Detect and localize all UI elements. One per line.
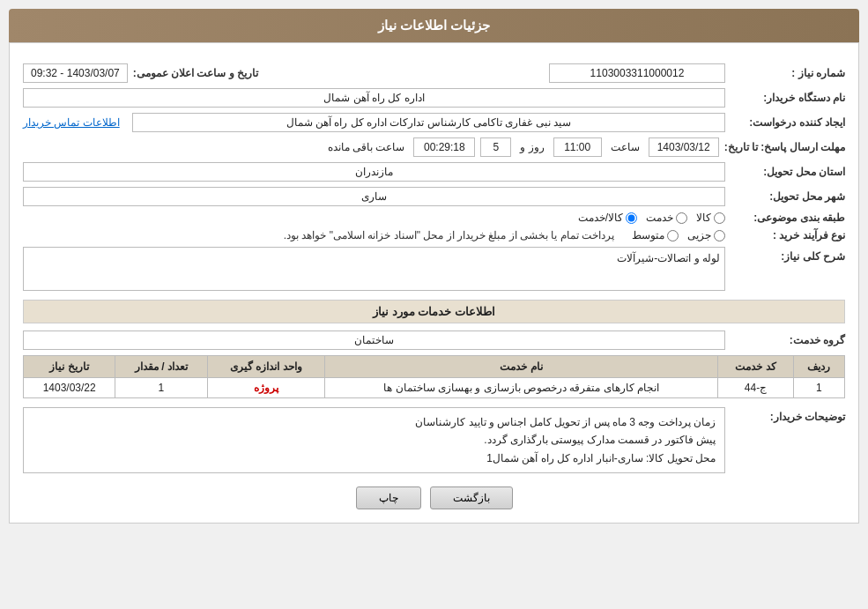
page-title: جزئیات اطلاعات نیاز: [378, 18, 490, 33]
back-button[interactable]: بازگشت: [430, 486, 513, 509]
radio-motovaset[interactable]: متوسط: [632, 229, 679, 241]
print-button[interactable]: چاپ: [356, 486, 421, 509]
shomara-value: 1103003311000012: [549, 63, 725, 83]
cell-radif: 1: [793, 378, 844, 398]
radio-kala-khedmat[interactable]: کالا/خدمت: [578, 212, 637, 224]
tozihat-label: توضیحات خریدار:: [731, 407, 845, 423]
col-radif: ردیف: [793, 356, 844, 378]
page-header: جزئیات اطلاعات نیاز: [9, 9, 859, 42]
col-kod: کد خدمت: [718, 356, 794, 378]
cell-tedad: 1: [115, 378, 207, 398]
tabaghebandi-group: کالا خدمت کالا/خدمت: [23, 212, 725, 224]
shomara-label: شماره نیاز :: [731, 67, 845, 79]
jozyi-label: جزیی: [687, 229, 711, 241]
section2-header: اطلاعات خدمات مورد نیاز: [23, 300, 845, 323]
nam-dastgah-value: اداره کل راه آهن شمال: [23, 88, 725, 108]
mande-label: ساعت باقی مانده: [328, 141, 405, 153]
mohlat-label: مهلت ارسال پاسخ: تا تاریخ:: [724, 141, 845, 153]
ostan-value: مازندران: [23, 162, 725, 182]
rooz-label: روز و: [520, 141, 544, 153]
nam-dastgah-label: نام دستگاه خریدار:: [731, 92, 845, 104]
col-vahed: واحد اندازه گیری: [207, 356, 325, 378]
ettelaat-link[interactable]: اطلاعات تماس خریدار: [23, 116, 120, 129]
ostan-label: استان محل تحویل:: [731, 166, 845, 178]
col-nam: نام خدمت: [325, 356, 718, 378]
mohlat-rooz: 5: [480, 137, 511, 157]
farayand-group: جزیی متوسط پرداخت تمام یا بخشی از مبلغ خ…: [23, 229, 725, 241]
radio-kala[interactable]: کالا: [696, 212, 725, 224]
shahr-value: ساری: [23, 187, 725, 206]
cell-kod: ج-44: [718, 378, 794, 398]
services-table: ردیف کد خدمت نام خدمت واحد اندازه گیری ت…: [23, 355, 845, 398]
shahr-label: شهر محل تحویل:: [731, 190, 845, 203]
cell-tarikh: 1403/03/22: [24, 378, 115, 398]
button-row: بازگشت چاپ: [23, 486, 845, 509]
tarikh-elan-value: 1403/03/07 - 09:32: [23, 63, 128, 83]
sharh-label: شرح کلی نیاز:: [731, 247, 845, 263]
kala-khedmat-label: کالا/خدمت: [578, 212, 623, 224]
sharh-value: لوله و اتصالات-شیرآلات: [23, 247, 725, 291]
saat-label: ساعت: [611, 141, 640, 153]
mohlat-date: 1403/03/12: [649, 137, 719, 157]
motovaset-label: متوسط: [632, 229, 664, 241]
ijad-label: ایجاد کننده درخواست:: [731, 116, 845, 129]
radio-khedmat[interactable]: خدمت: [646, 212, 687, 224]
tabaghebandi-label: طبقه بندی موضوعی:: [731, 212, 845, 224]
farayand-note: پرداخت تمام یا بخشی از مبلغ خریدار از مح…: [284, 229, 614, 241]
mohlat-mande: 00:29:18: [413, 137, 475, 157]
col-tarikh: تاریخ نیاز: [24, 356, 115, 378]
grooh-value: ساختمان: [23, 330, 725, 350]
ijad-value: سید نبی غفاری تاکامی کارشناس تدارکات ادا…: [132, 113, 725, 132]
radio-jozyi[interactable]: جزیی: [687, 229, 725, 241]
col-tedad: تعداد / مقدار: [115, 356, 207, 378]
cell-nam: انجام کارهای متفرقه درخصوص بازسازی و بهس…: [325, 378, 718, 398]
kala-label: کالا: [696, 212, 711, 224]
grooh-label: گروه خدمت:: [731, 334, 845, 346]
tozihat-value: زمان پرداخت وجه 3 ماه پس از تحویل کامل ا…: [23, 407, 725, 473]
table-row: 1 ج-44 انجام کارهای متفرقه درخصوص بازساز…: [24, 378, 845, 398]
khedmat-label: خدمت: [646, 212, 673, 224]
tarikh-elan-label: تاریخ و ساعت اعلان عمومی:: [133, 67, 258, 79]
cell-vahed: پروژه: [207, 378, 325, 398]
nooe-farayand-label: نوع فرآیند خرید :: [731, 229, 845, 241]
mohlat-saat: 11:00: [553, 137, 602, 157]
